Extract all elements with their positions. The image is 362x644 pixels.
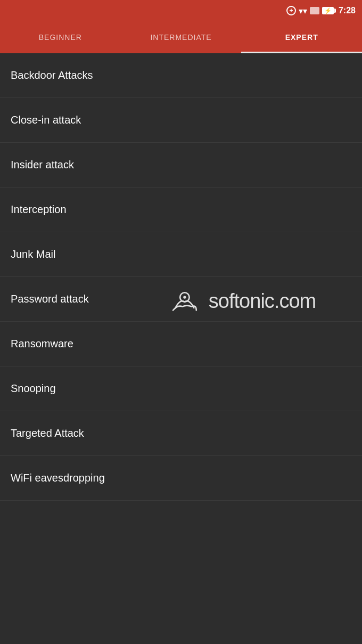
battery-icon: ⚡ (322, 7, 334, 14)
list-item-snooping[interactable]: Snooping (0, 366, 362, 411)
list-item-wifi-eavesdropping[interactable]: WiFi eavesdropping (0, 456, 362, 501)
list-item-interception[interactable]: Interception (0, 188, 362, 232)
status-time: 7:28 (339, 6, 356, 15)
list-item-targeted-attack[interactable]: Targeted Attack (0, 411, 362, 456)
list-item-password-attack[interactable]: Password attack (0, 277, 362, 322)
status-icons: + ▾▾ ⚡ 7:28 (286, 6, 356, 16)
status-bar: + ▾▾ ⚡ 7:28 (0, 0, 362, 21)
list-item-insider-attack[interactable]: Insider attack (0, 143, 362, 188)
list-item-ransomware[interactable]: Ransomware (0, 322, 362, 366)
circle-plus-icon: + (286, 6, 296, 15)
no-sim-icon (310, 7, 319, 14)
content-list: softonic.com Backdoor Attacks Close-in a… (0, 53, 362, 644)
list-item-close-in-attack[interactable]: Close-in attack (0, 98, 362, 143)
tab-intermediate[interactable]: INTERMEDIATE (121, 21, 242, 53)
wifi-icon: ▾▾ (299, 6, 307, 16)
list-item-backdoor-attacks[interactable]: Backdoor Attacks (0, 53, 362, 98)
tab-beginner[interactable]: BEGINNER (0, 21, 121, 53)
tab-bar: BEGINNER INTERMEDIATE EXPERT (0, 21, 362, 53)
list-item-junk-mail[interactable]: Junk Mail (0, 232, 362, 277)
tab-expert[interactable]: EXPERT (241, 21, 362, 53)
